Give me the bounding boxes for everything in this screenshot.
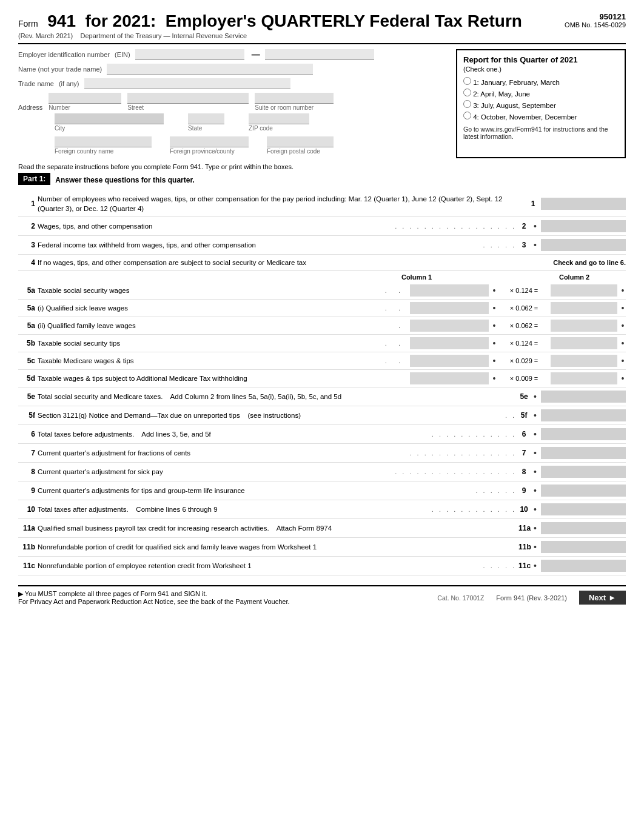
- line-3-bullet: •: [534, 240, 537, 250]
- page-header: Form 941 for 2021: Employer's QUARTERLY …: [18, 12, 626, 44]
- address-row2: City State ZIP code: [55, 113, 446, 132]
- grid-5c-bullet: •: [491, 356, 497, 366]
- foreign-postal-input[interactable]: [267, 136, 334, 147]
- quarter-option-1[interactable]: 1: January, February, March: [463, 76, 619, 87]
- grid-5a-col1[interactable]: [410, 284, 489, 297]
- grid-line-5c: 5c Taxable Medicare wages & tips . . • ×…: [18, 352, 626, 370]
- name-input[interactable]: [107, 64, 313, 75]
- line-3-num: 3: [18, 241, 35, 249]
- line-11b-input[interactable]: [541, 541, 626, 553]
- grid-5b-col1[interactable]: [410, 337, 489, 349]
- grid-5aii-num: 5a: [18, 321, 35, 330]
- grid-5a-desc: Taxable social security wages: [38, 286, 383, 295]
- grid-5a-col2[interactable]: [551, 284, 617, 297]
- grid-5ai-spacer: . .: [385, 304, 405, 312]
- quarter-option-3[interactable]: 3: July, August, September: [463, 99, 619, 110]
- line-11c-input[interactable]: [541, 560, 626, 572]
- line-5e-input[interactable]: [541, 391, 626, 403]
- grid-5c-col1[interactable]: [410, 355, 489, 367]
- line-5f-input[interactable]: [541, 409, 626, 421]
- grid-5b-num: 5b: [18, 339, 35, 347]
- grid-5aii-col1[interactable]: [410, 320, 489, 332]
- address-row1: Address Number Street Suite or room numb…: [18, 93, 446, 111]
- next-button[interactable]: Next ►: [579, 591, 626, 605]
- trade-name-input[interactable]: [84, 78, 290, 89]
- line-1-input[interactable]: [541, 198, 626, 210]
- grid-5ai-col2[interactable]: [551, 302, 617, 314]
- line-9-desc: Current quarter's adjustments for tips a…: [38, 486, 473, 495]
- quarter-option-2[interactable]: 2: April, May, June: [463, 87, 619, 99]
- grid-5ai-col1[interactable]: [410, 302, 489, 314]
- line-5f-row: 5f Section 3121(q) Notice and Demand—Tax…: [18, 406, 626, 425]
- top-section: Employer identification number (EIN) — N…: [18, 49, 626, 158]
- line-11b-bullet: •: [534, 542, 537, 552]
- check-note: Check and go to line 6.: [553, 259, 626, 266]
- line-5e-ref: 5e: [518, 392, 529, 401]
- line-10-input[interactable]: [541, 503, 626, 515]
- grid-5b-mul: × 0.124 =: [500, 340, 548, 347]
- line-6-input[interactable]: [541, 428, 626, 440]
- line-5f-ref: 5f: [518, 411, 529, 420]
- grid-5d-col1[interactable]: [410, 372, 489, 384]
- line-6-ref: 6: [518, 430, 529, 438]
- name-label: Name (not your trade name): [18, 65, 102, 73]
- grid-5a-bullet2: •: [620, 286, 626, 295]
- line-8-desc: Current quarter's adjustment for sick pa…: [38, 467, 392, 477]
- foreign-province-label: Foreign province/county: [170, 148, 249, 155]
- line-5e-desc: Total social security and Medicare taxes…: [38, 392, 516, 401]
- address-state-input[interactable]: [188, 113, 224, 124]
- address-number-input[interactable]: [49, 93, 121, 104]
- line-9-input[interactable]: [541, 485, 626, 497]
- line-3-input[interactable]: [541, 239, 626, 251]
- line-3-ref: 3: [518, 241, 529, 249]
- form-year: for 2021:: [86, 12, 156, 30]
- foreign-country-input[interactable]: [55, 136, 152, 147]
- grid-5c-col2[interactable]: [551, 355, 617, 367]
- ein-input[interactable]: [135, 49, 244, 60]
- line-11c-bullet: •: [534, 561, 537, 571]
- grid-line-5d: 5d Taxable wages & tips subject to Addit…: [18, 370, 626, 387]
- line-5e-bullet: •: [534, 392, 537, 401]
- ein-dash: —: [252, 50, 260, 59]
- line-3-desc: Federal income tax withheld from wages, …: [38, 240, 481, 250]
- quarter-option-4[interactable]: 4: October, November, December: [463, 110, 619, 122]
- quarter-footer: Go to www.irs.gov/Form941 for instructio…: [463, 126, 619, 140]
- omb-number: 950121: [565, 12, 626, 21]
- line-7-input[interactable]: [541, 447, 626, 459]
- line-7-dots: . . . . . . . . . . . . . . .: [409, 449, 516, 457]
- address-street-input[interactable]: [127, 93, 249, 104]
- grid-5d-bullet: •: [491, 374, 497, 383]
- name-row: Name (not your trade name): [18, 64, 446, 75]
- grid-5b-col2[interactable]: [551, 337, 617, 349]
- address-suite-input[interactable]: [255, 93, 334, 104]
- line-11a-input[interactable]: [541, 522, 626, 534]
- line-2-input[interactable]: [541, 220, 626, 232]
- form-info: Form 941 (Rev. 3-2021): [496, 594, 567, 602]
- line-5e-row: 5e Total social security and Medicare ta…: [18, 387, 626, 406]
- foreign-province-input[interactable]: [170, 136, 249, 147]
- part1-header-row: Part 1: Answer these questions for this …: [18, 173, 626, 187]
- quarter-options: 1: January, February, March 2: April, Ma…: [463, 76, 619, 122]
- address-zip-input[interactable]: [249, 113, 309, 124]
- line-2-bullet: •: [534, 221, 537, 231]
- line-2-desc: Wages, tips, and other compensation: [38, 221, 392, 231]
- grid-section: 5a Taxable social security wages . . • ×…: [18, 282, 626, 387]
- line-10-desc: Total taxes after adjustments. Combine l…: [38, 505, 429, 514]
- line-6-num: 6: [18, 430, 35, 438]
- lower-lines-section: 5e Total social security and Medicare ta…: [18, 387, 626, 575]
- line-2-num: 2: [18, 222, 35, 230]
- left-fields: Employer identification number (EIN) — N…: [18, 49, 446, 158]
- grid-5aii-col2[interactable]: [551, 320, 617, 332]
- line-8-input[interactable]: [541, 466, 626, 478]
- line-11c-ref: 11c: [518, 562, 529, 570]
- address-city-input[interactable]: [55, 113, 164, 124]
- grid-5c-mul: × 0.029 =: [500, 357, 548, 364]
- grid-5c-num: 5c: [18, 357, 35, 365]
- line-1-num: 1: [18, 200, 35, 208]
- line-11a-desc: Qualified small business payroll tax cre…: [38, 523, 516, 533]
- line-8-dots: . . . . . . . . . . . . . . . . .: [395, 468, 516, 475]
- form-word: Form: [18, 19, 38, 29]
- grid-5d-col2[interactable]: [551, 372, 617, 384]
- ein-input2[interactable]: [265, 49, 374, 60]
- ein-row: Employer identification number (EIN) —: [18, 49, 446, 60]
